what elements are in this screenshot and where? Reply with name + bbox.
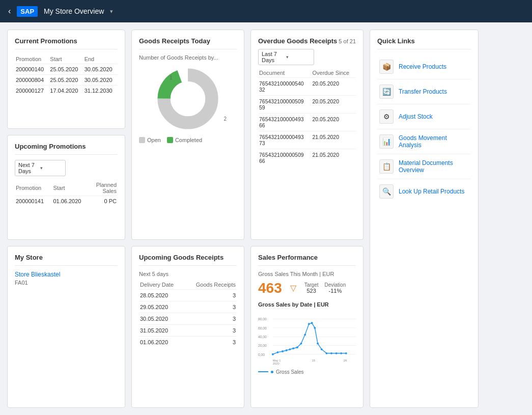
- open-color-dot: [139, 137, 145, 143]
- my-store-card: My Store Store Blieskastel FA01: [7, 246, 125, 408]
- svg-text:26: 26: [344, 359, 347, 362]
- deviation-value: -11%: [325, 288, 346, 294]
- goods-receipts-subtitle: Number of Goods Receipts by...: [139, 54, 237, 61]
- quick-link-icon: ⚙: [379, 109, 394, 124]
- donut-svg: [155, 66, 221, 132]
- header: ‹ SAP My Store Overview ▾: [0, 0, 532, 22]
- svg-text:2020: 2020: [273, 362, 279, 365]
- back-button[interactable]: ‹: [8, 7, 11, 16]
- sales-performance-title: Sales Performance: [258, 254, 356, 266]
- svg-point-24: [300, 342, 302, 344]
- col-overdue-since: Overdue Since: [311, 68, 356, 78]
- table-row: 20000012717.04.202031.12.2030: [15, 86, 118, 96]
- svg-text:80,00: 80,00: [258, 317, 267, 321]
- table-row: 31.05.20203: [139, 324, 237, 336]
- overdue-filter-arrow-icon: ▾: [286, 54, 311, 60]
- target-value: 523: [304, 288, 319, 294]
- svg-point-2: [172, 82, 205, 116]
- overdue-badge: 5 of 21: [339, 38, 356, 44]
- svg-point-21: [289, 348, 291, 350]
- overdue-filter-value: Last 7 Days: [262, 51, 286, 63]
- svg-point-26: [308, 323, 310, 325]
- upcoming-receipts-title: Upcoming Goods Receipts: [139, 254, 237, 266]
- upcoming-promotions-table: Promotion Start PlannedSales 200000141 0…: [15, 180, 118, 206]
- sap-logo: SAP: [17, 6, 38, 17]
- quick-link-label: Goods Movement Analysis: [399, 134, 469, 149]
- legend-completed: Completed: [167, 137, 202, 143]
- col-goods-receipts: Goods Receipts: [184, 280, 237, 290]
- quick-link-label: Look Up Retail Products: [399, 188, 464, 195]
- svg-text:60,00: 60,00: [258, 326, 267, 329]
- my-store-title: My Store: [15, 254, 118, 266]
- quick-link-icon: 📋: [379, 159, 394, 174]
- svg-text:20,00: 20,00: [258, 344, 267, 347]
- header-dropdown-arrow[interactable]: ▾: [110, 8, 113, 15]
- quick-link-label: Transfer Products: [399, 88, 447, 95]
- svg-point-28: [314, 327, 316, 329]
- col-promotion: Promotion: [15, 54, 49, 64]
- upcoming-promotions-title: Upcoming Promotions: [15, 143, 118, 155]
- quick-links-title: Quick Links: [377, 37, 471, 49]
- quick-link-item[interactable]: 📦Receive Products: [377, 54, 471, 79]
- quick-link-item[interactable]: 🔍Look Up Retail Products: [377, 179, 471, 204]
- svg-point-19: [282, 350, 284, 352]
- table-row: 7654321000004936620.05.2020: [258, 114, 356, 131]
- current-promotions-title: Current Promotions: [15, 37, 118, 49]
- quick-link-item[interactable]: 🔄Transfer Products: [377, 79, 471, 104]
- svg-point-20: [286, 349, 288, 351]
- svg-point-34: [340, 352, 342, 354]
- quick-link-item[interactable]: 📋Material Documents Overview: [377, 154, 471, 179]
- upcoming-receipts-table: Delivery Date Goods Receipts 28.05.20203…: [139, 280, 237, 348]
- chart-legend-row: Gross Sales: [258, 369, 356, 375]
- gross-sales-dot-legend: [271, 371, 273, 373]
- col-promotion: Promotion: [15, 180, 52, 196]
- col-document: Document: [258, 68, 311, 78]
- gross-sales-line-legend: [258, 371, 268, 372]
- sales-meta: Target 523 Deviation -11%: [304, 282, 346, 294]
- goods-receipts-today-card: Goods Receipts Today Number of Goods Rec…: [131, 30, 244, 240]
- quick-link-label: Receive Products: [399, 63, 446, 70]
- svg-point-18: [276, 351, 278, 353]
- chart-legend: Open Completed: [139, 137, 237, 143]
- col-start: Start: [52, 180, 89, 196]
- quick-links-list: 📦Receive Products🔄Transfer Products⚙Adju…: [377, 54, 471, 204]
- table-row: 7654321000004937321.05.2020: [258, 131, 356, 149]
- svg-point-32: [330, 352, 332, 354]
- upcoming-receipts-subtitle: Next 5 days: [139, 271, 237, 277]
- quick-link-icon: 📊: [379, 134, 394, 149]
- table-row: 7654321000005095920.05.2020: [258, 96, 356, 114]
- sales-big-number: 463: [258, 280, 282, 296]
- goods-receipts-today-title: Goods Receipts Today: [139, 37, 237, 49]
- svg-text:40,00: 40,00: [258, 335, 267, 339]
- sales-trend-icon: ▽: [290, 283, 296, 293]
- quick-link-label: Adjust Stock: [399, 113, 433, 120]
- table-row: 7654321000005403220.05.2020: [258, 78, 356, 96]
- quick-link-icon: 📦: [379, 60, 394, 74]
- svg-point-25: [304, 334, 306, 336]
- upcoming-promotions-filter[interactable]: Next 7 Days ▾: [15, 160, 66, 176]
- svg-point-33: [335, 352, 338, 354]
- gross-sales-legend-label: Gross Sales: [276, 369, 303, 375]
- filter-arrow-icon: ▾: [40, 165, 62, 171]
- overdue-goods-receipts-card: Overdue Goods Receipts 5 of 21 Last 7 Da…: [250, 30, 363, 240]
- store-name[interactable]: Store Blieskastel: [15, 271, 118, 278]
- svg-text:15: 15: [312, 359, 315, 362]
- svg-point-29: [317, 342, 319, 344]
- deviation-label: Deviation: [325, 282, 346, 288]
- overdue-filter-dropdown[interactable]: Last 7 Days ▾: [258, 49, 314, 65]
- table-row: 7654321000005096621.05.2020: [258, 149, 356, 167]
- gross-sales-chart: 80,00 60,00 40,00 20,00 0,00 May 1 2020 …: [258, 311, 356, 367]
- donut-chart: 1 2: [139, 66, 237, 132]
- quick-link-item[interactable]: ⚙Adjust Stock: [377, 104, 471, 129]
- upcoming-promotions-card: Upcoming Promotions Next 7 Days ▾ Promot…: [7, 135, 125, 239]
- table-row: 20000014025.05.202030.05.2020: [15, 64, 118, 75]
- svg-point-23: [296, 346, 298, 348]
- table-row: 200000141 01.06.2020 0 PC: [15, 196, 118, 207]
- quick-link-item[interactable]: 📊Goods Movement Analysis: [377, 129, 471, 154]
- legend-open-label: Open: [147, 137, 161, 143]
- overdue-title: Overdue Goods Receipts: [258, 37, 337, 45]
- svg-point-17: [272, 353, 274, 355]
- table-row: 29.05.20203: [139, 301, 237, 313]
- current-promotions-table: Promotion Start End 20000014025.05.20203…: [15, 54, 118, 96]
- sales-target: Target 523: [304, 282, 319, 294]
